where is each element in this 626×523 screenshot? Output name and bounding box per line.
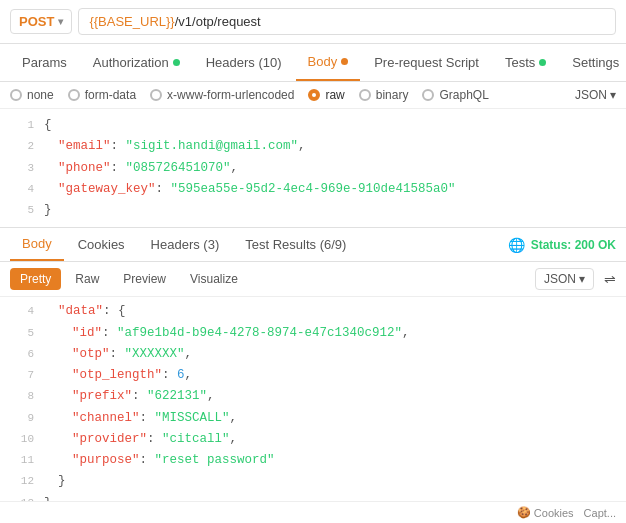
request-code-area[interactable]: 1 { 2 "email": "sigit.handi@gmail.com", … <box>0 109 626 228</box>
resp-tab-cookies[interactable]: Cookies <box>66 229 137 260</box>
tab-params[interactable]: Params <box>10 45 79 80</box>
req-line-2: 2 "email": "sigit.handi@gmail.com", <box>0 136 626 157</box>
resp-tab-test-results[interactable]: Test Results (6/9) <box>233 229 358 260</box>
body-type-form-data[interactable]: form-data <box>68 88 136 102</box>
response-tab-bar: Body Cookies Headers (3) Test Results (6… <box>0 228 626 262</box>
json-dropdown[interactable]: JSON ▾ <box>575 88 616 102</box>
urlencoded-radio <box>150 89 162 101</box>
cookies-link[interactable]: 🍪 Cookies <box>517 506 574 519</box>
json-chevron-icon: ▾ <box>610 88 616 102</box>
resp-line-6: 6 "otp": "XXXXXX", <box>0 344 626 365</box>
body-type-binary[interactable]: binary <box>359 88 409 102</box>
tab-headers[interactable]: Headers (10) <box>194 45 294 80</box>
fmt-visualize[interactable]: Visualize <box>180 268 248 290</box>
url-bar: POST ▾ {{BASE_URL}}/v1/otp/request <box>0 0 626 44</box>
body-type-graphql[interactable]: GraphQL <box>422 88 488 102</box>
globe-icon: 🌐 <box>508 237 525 253</box>
graphql-radio <box>422 89 434 101</box>
resp-line-5: 5 "id": "af9e1b4d-b9e4-4278-8974-e47c134… <box>0 323 626 344</box>
tab-tests[interactable]: Tests <box>493 45 558 80</box>
form-data-radio <box>68 89 80 101</box>
req-line-3: 3 "phone": "085726451070", <box>0 158 626 179</box>
status-badge: Status: 200 OK <box>531 238 616 252</box>
tab-pre-request[interactable]: Pre-request Script <box>362 45 491 80</box>
wrap-icon[interactable]: ⇌ <box>604 271 616 287</box>
base-url: {{BASE_URL}} <box>89 14 174 29</box>
request-tab-bar: Params Authorization Headers (10) Body P… <box>0 44 626 82</box>
tab-body[interactable]: Body <box>296 44 361 81</box>
bottom-bar: 🍪 Cookies Capt... <box>0 501 626 523</box>
method-label: POST <box>19 14 54 29</box>
binary-radio <box>359 89 371 101</box>
resp-line-11: 11 "purpose": "reset password" <box>0 450 626 471</box>
resp-line-12: 12 } <box>0 471 626 492</box>
resp-line-8: 8 "prefix": "622131", <box>0 386 626 407</box>
body-type-raw[interactable]: raw <box>308 88 344 102</box>
body-dot <box>341 58 348 65</box>
resp-line-4: 4 "data": { <box>0 301 626 322</box>
none-radio <box>10 89 22 101</box>
resp-tab-body[interactable]: Body <box>10 228 64 261</box>
fmt-raw[interactable]: Raw <box>65 268 109 290</box>
fmt-preview[interactable]: Preview <box>113 268 176 290</box>
cookie-icon: 🍪 <box>517 506 531 519</box>
method-select[interactable]: POST ▾ <box>10 9 72 34</box>
raw-radio <box>308 89 320 101</box>
resp-json-chevron-icon: ▾ <box>579 272 585 286</box>
resp-tab-headers[interactable]: Headers (3) <box>139 229 232 260</box>
req-line-4: 4 "gateway_key": "595ea55e-95d2-4ec4-969… <box>0 179 626 200</box>
url-path: /v1/otp/request <box>175 14 261 29</box>
resp-line-9: 9 "channel": "MISSCALL", <box>0 408 626 429</box>
body-type-urlencoded[interactable]: x-www-form-urlencoded <box>150 88 294 102</box>
method-chevron-icon: ▾ <box>58 16 63 27</box>
body-type-bar: none form-data x-www-form-urlencoded raw… <box>0 82 626 109</box>
fmt-pretty[interactable]: Pretty <box>10 268 61 290</box>
auth-dot <box>173 59 180 66</box>
url-input[interactable]: {{BASE_URL}}/v1/otp/request <box>78 8 616 35</box>
response-json-dropdown[interactable]: JSON ▾ <box>535 268 594 290</box>
body-type-none[interactable]: none <box>10 88 54 102</box>
format-bar: Pretty Raw Preview Visualize JSON ▾ ⇌ <box>0 262 626 297</box>
req-line-1: 1 { <box>0 115 626 136</box>
response-status: 🌐 Status: 200 OK <box>508 237 616 253</box>
tab-authorization[interactable]: Authorization <box>81 45 192 80</box>
response-code-area[interactable]: 4 "data": { 5 "id": "af9e1b4d-b9e4-4278-… <box>0 297 626 518</box>
req-line-5: 5 } <box>0 200 626 221</box>
tab-settings[interactable]: Settings <box>560 45 626 80</box>
capt-link[interactable]: Capt... <box>584 507 616 519</box>
resp-line-10: 10 "provider": "citcall", <box>0 429 626 450</box>
resp-line-7: 7 "otp_length": 6, <box>0 365 626 386</box>
tests-dot <box>539 59 546 66</box>
